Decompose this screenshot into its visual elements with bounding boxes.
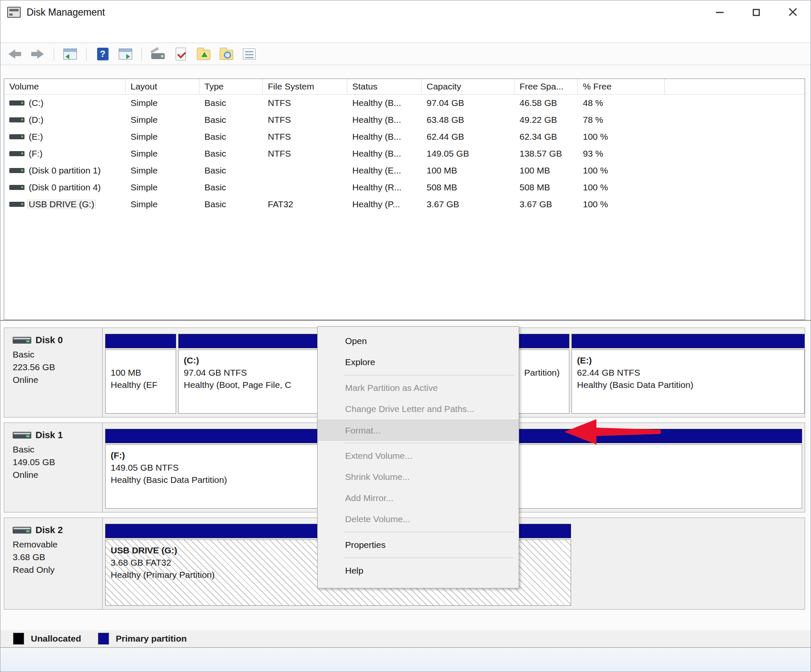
disk-0-header[interactable]: Disk 0 Basic 223.56 GB Online	[4, 328, 103, 417]
folder-search-icon	[220, 50, 233, 60]
volume-status: Healthy (B...	[347, 115, 422, 125]
volume-icon	[9, 168, 24, 173]
title-bar: Disk Management	[0, 0, 811, 24]
volume-row[interactable]: (Disk 0 partition 1) Simple Basic Health…	[4, 162, 805, 179]
volume-capacity: 63.48 GB	[422, 115, 514, 125]
volume-type: Basic	[199, 182, 263, 192]
volume-icon	[9, 134, 24, 139]
volume-pct-free: 48 %	[578, 98, 665, 108]
volume-row[interactable]: (D:) Simple Basic NTFS Healthy (B... 63.…	[4, 111, 805, 128]
menu-item-explore[interactable]: Explore	[318, 352, 519, 373]
volume-type: Basic	[199, 115, 263, 125]
partition-letter: (E:)	[577, 354, 804, 366]
volume-free-space: 508 MB	[514, 182, 578, 192]
minimize-button[interactable]	[702, 0, 738, 24]
volume-capacity: 100 MB	[422, 165, 514, 176]
volume-row[interactable]: (C:) Simple Basic NTFS Healthy (B... 97.…	[4, 95, 805, 111]
volume-pct-free: 78 %	[578, 115, 665, 125]
toolbar-separator	[142, 47, 142, 61]
volume-file-system: NTFS	[263, 98, 347, 108]
volume-capacity: 62.44 GB	[422, 132, 514, 142]
partition-band	[105, 334, 176, 348]
volume-name: (C:)	[29, 98, 44, 108]
menu-item-open[interactable]: Open	[318, 331, 519, 352]
close-button[interactable]	[774, 0, 811, 24]
volume-pct-free: 100 %	[578, 165, 665, 176]
forward-button[interactable]	[29, 46, 46, 62]
disk-0-partition-e[interactable]: (E:) 62.44 GB NTFS Healthy (Basic Data P…	[572, 334, 805, 414]
disk-tool-button[interactable]	[150, 46, 166, 62]
menu-item-delete-volume: Delete Volume...	[318, 509, 519, 530]
volume-list-header: Volume Layout Type File System Status Ca…	[4, 79, 805, 95]
volume-free-space: 138.57 GB	[514, 149, 578, 159]
volume-free-space: 62.34 GB	[514, 132, 578, 142]
disk-management-app-icon	[7, 7, 21, 18]
volume-status: Healthy (B...	[347, 132, 422, 142]
forward-icon-tail	[31, 52, 37, 56]
volume-status: Healthy (R...	[347, 182, 422, 192]
volume-list-panel: Volume Layout Type File System Status Ca…	[4, 79, 805, 320]
disk-0-partition-efi[interactable]: 100 MB Healthy (EF	[105, 334, 176, 414]
window-title: Disk Management	[27, 7, 105, 18]
column-header-file-system[interactable]: File System	[263, 79, 347, 94]
show-console-tree-button[interactable]	[62, 46, 79, 62]
disk-management-window: Disk Management Volume Layout Type File …	[0, 0, 811, 672]
volume-type: Basic	[199, 132, 263, 142]
folder-export-icon	[197, 50, 210, 60]
help-button[interactable]	[94, 46, 111, 62]
legend: Unallocated Primary partition	[0, 630, 811, 648]
disk-size: 3.68 GB	[13, 551, 102, 564]
export-button[interactable]	[195, 46, 212, 62]
disk-name: Disk 0	[35, 334, 63, 347]
volume-free-space: 100 MB	[514, 165, 578, 176]
menu-bar	[0, 24, 811, 43]
disk-state: Read Only	[13, 564, 102, 576]
volume-capacity: 149.05 GB	[422, 149, 514, 159]
volume-type: Basic	[199, 165, 263, 176]
volume-list-body: (C:) Simple Basic NTFS Healthy (B... 97.…	[4, 95, 805, 213]
toolbar-separator	[54, 47, 54, 61]
volume-capacity: 97.04 GB	[422, 98, 514, 108]
properties-button[interactable]	[241, 46, 258, 62]
disk-2-header[interactable]: Disk 2 Removable 3.68 GB Read Only	[4, 518, 103, 609]
column-header-pct-free[interactable]: % Free	[578, 79, 665, 94]
menu-item-properties[interactable]: Properties	[318, 534, 519, 555]
volume-type: Basic	[199, 98, 263, 108]
column-header-type[interactable]: Type	[199, 79, 263, 94]
column-header-volume[interactable]: Volume	[4, 79, 125, 94]
menu-item-mark-partition-active: Mark Partition as Active	[318, 377, 519, 398]
menu-item-help[interactable]: Help	[318, 560, 519, 581]
volume-status: Healthy (B...	[347, 149, 422, 159]
column-header-free-space[interactable]: Free Spa...	[514, 79, 578, 94]
column-header-layout[interactable]: Layout	[125, 79, 199, 94]
column-header-capacity[interactable]: Capacity	[422, 79, 514, 94]
maximize-button[interactable]	[738, 0, 774, 24]
volume-file-system: NTFS	[263, 115, 347, 125]
show-action-pane-icon	[119, 49, 132, 60]
volume-type: Basic	[199, 149, 263, 159]
minimize-icon	[716, 12, 724, 13]
volume-row[interactable]: (Disk 0 partition 4) Simple Basic Health…	[4, 179, 805, 196]
volume-icon	[9, 185, 24, 190]
volume-row[interactable]: (E:) Simple Basic NTFS Healthy (B... 62.…	[4, 128, 805, 145]
menu-item-change-drive-letter: Change Drive Letter and Paths...	[318, 398, 519, 420]
disk-icon	[13, 432, 31, 439]
disk-1-header[interactable]: Disk 1 Basic 149.05 GB Online	[4, 423, 103, 512]
disk-kind: Basic	[13, 443, 102, 456]
column-header-blank	[665, 79, 805, 94]
menu-separator	[344, 443, 514, 443]
toolbar	[0, 43, 811, 65]
volume-pct-free: 100 %	[578, 132, 665, 142]
check-disk-button[interactable]	[172, 46, 189, 62]
volume-row[interactable]: (F:) Simple Basic NTFS Healthy (B... 149…	[4, 145, 805, 162]
back-button[interactable]	[6, 46, 23, 62]
column-header-status[interactable]: Status	[347, 79, 422, 94]
menu-separator	[344, 375, 514, 375]
maximize-icon	[753, 9, 760, 16]
back-icon-tail	[15, 52, 21, 56]
search-button[interactable]	[218, 46, 235, 62]
volume-row[interactable]: USB DRIVE (G:) Simple Basic FAT32 Health…	[4, 196, 805, 213]
menu-item-shrink-volume: Shrink Volume...	[318, 466, 519, 488]
volume-pct-free: 93 %	[578, 149, 665, 159]
show-action-pane-button[interactable]	[117, 46, 134, 62]
